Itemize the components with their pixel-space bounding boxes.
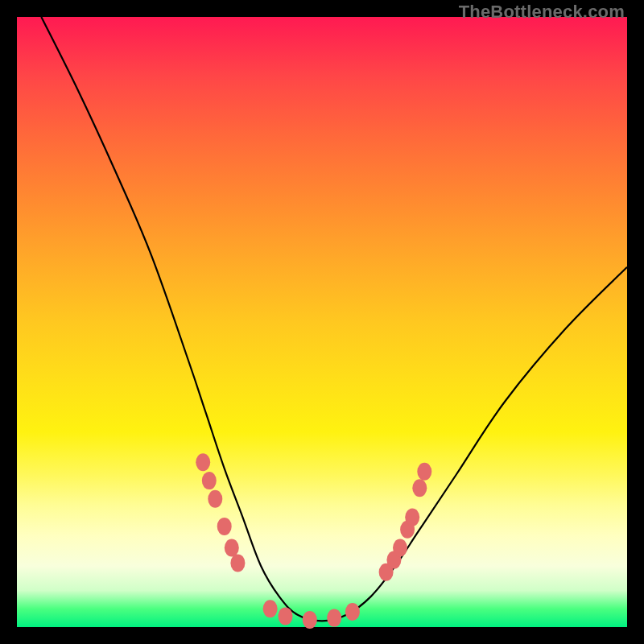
curve-marker xyxy=(279,607,293,625)
curve-marker xyxy=(217,518,232,535)
curve-marker xyxy=(196,453,210,471)
curve-marker xyxy=(303,611,317,629)
curve-marker xyxy=(412,479,427,497)
bottleneck-curve-path xyxy=(41,17,627,621)
curve-marker xyxy=(202,472,217,489)
curve-marker xyxy=(230,554,245,572)
curve-marker xyxy=(405,509,419,526)
curve-marker xyxy=(417,463,431,481)
curve-marker xyxy=(208,490,222,508)
curve-marker xyxy=(393,539,407,557)
curve-marker xyxy=(327,609,341,627)
curve-marker xyxy=(345,603,360,621)
curve-marker xyxy=(225,539,239,557)
curve-markers-group xyxy=(196,453,431,629)
bottleneck-curve-svg xyxy=(17,17,627,627)
curve-marker xyxy=(263,600,278,617)
